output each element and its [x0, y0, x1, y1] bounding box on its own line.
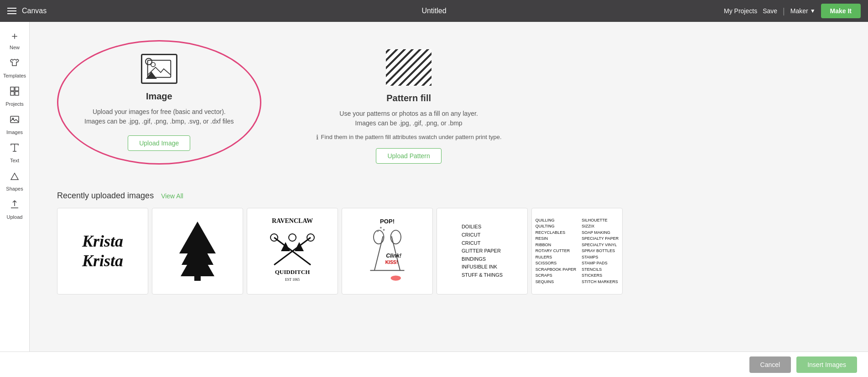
topbar-right: My Projects Save | Maker ▼ Make It	[576, 4, 861, 18]
chevron-down-icon: ▼	[810, 8, 816, 14]
recently-uploaded-header: Recently uploaded images View All	[57, 191, 841, 201]
grid-icon	[9, 86, 20, 99]
pattern-info: ℹ Find them in the pattern fill attribut…	[316, 134, 502, 141]
svg-rect-4	[10, 116, 19, 123]
sidebar: ＋ New Templates Projects	[0, 22, 30, 377]
craft-list-right: SILHOUETTESIZZIXSOAP MAKINGSPECIALTY PAP…	[582, 217, 619, 285]
pattern-fill-card: Pattern fill Use your patterns or photos…	[298, 40, 520, 173]
pattern-card-desc: Use your patterns or photos as a fill on…	[339, 109, 478, 128]
image-thumb-1[interactable]: KristaKrista	[57, 208, 148, 294]
thumb-content-6: QUILLINGQUILTINGRECYCLABLESRESINRIBBONRO…	[532, 208, 622, 294]
svg-point-30	[383, 229, 385, 231]
svg-text:POP!: POP!	[380, 218, 395, 225]
cancel-button[interactable]: Cancel	[749, 356, 791, 373]
sidebar-item-text[interactable]: Text	[0, 139, 29, 167]
image-thumb-6[interactable]: QUILLINGQUILTINGRECYCLABLESRESINRIBBONRO…	[531, 208, 623, 294]
images-grid: KristaKrista RAVENCLAW	[57, 208, 841, 294]
topbar-left: Canvas	[7, 7, 292, 15]
svg-point-7	[151, 62, 155, 67]
sidebar-item-shapes[interactable]: Shapes	[0, 167, 29, 195]
insert-images-button[interactable]: Insert Images	[796, 356, 857, 373]
thumb-content-1: KristaKrista	[57, 208, 148, 294]
my-projects-button[interactable]: My Projects	[724, 7, 757, 15]
sidebar-item-upload[interactable]: Upload	[0, 195, 29, 223]
section-title: Recently uploaded images	[57, 191, 154, 201]
svg-point-24	[374, 230, 384, 244]
svg-rect-0	[10, 87, 14, 91]
sidebar-item-label-new: New	[10, 45, 20, 50]
image-placeholder-icon	[141, 54, 177, 84]
image-thumb-5[interactable]: DOILIESCRICUTCRICUTGLITTER PAPERBINDINGS…	[437, 208, 528, 294]
svg-point-16	[289, 234, 296, 241]
sidebar-item-templates[interactable]: Templates	[0, 54, 29, 82]
pop-svg: POP! Clink! KISS!	[353, 215, 421, 288]
svg-text:KISS!: KISS!	[385, 260, 398, 265]
craft-list-left: QUILLINGQUILTINGRECYCLABLESRESINRIBBONRO…	[535, 217, 576, 285]
svg-text:EST 1065: EST 1065	[285, 278, 300, 282]
upload-icon	[9, 199, 20, 212]
svg-text:RAVENCLAW: RAVENCLAW	[272, 217, 313, 224]
image-thumb-4[interactable]: POP! Clink! KISS!	[342, 208, 433, 294]
sidebar-item-label-images: Images	[6, 129, 23, 135]
image-thumb-2[interactable]	[152, 208, 243, 294]
tree-svg	[177, 219, 218, 283]
sidebar-item-label-text: Text	[10, 158, 19, 163]
image-icon	[9, 114, 20, 128]
image-card-desc: Upload your images for free (basic and v…	[84, 107, 234, 126]
svg-point-25	[391, 230, 401, 244]
image-thumb-3[interactable]: RAVENCLAW QUIDDITCH EST 1065	[247, 208, 338, 294]
sidebar-item-label-projects: Projects	[5, 101, 24, 107]
doc-title: Untitled	[421, 7, 446, 15]
make-it-button[interactable]: Make It	[821, 4, 861, 18]
svg-text:QUIDDITCH: QUIDDITCH	[275, 269, 310, 275]
sidebar-item-label-upload: Upload	[7, 214, 23, 220]
image-upload-card: Image Upload your images for free (basic…	[57, 40, 261, 165]
svg-rect-6	[147, 60, 171, 77]
upload-cards: Image Upload your images for free (basic…	[57, 40, 841, 173]
shirt-icon	[9, 57, 20, 71]
thumb-content-2	[152, 208, 243, 294]
maker-button[interactable]: Maker ▼	[790, 7, 816, 15]
plus-icon: ＋	[10, 29, 20, 43]
info-icon: ℹ	[316, 134, 318, 141]
topbar: Canvas Untitled My Projects Save | Maker…	[0, 0, 868, 22]
pattern-preview	[386, 49, 431, 86]
shapes-icon	[9, 170, 20, 184]
thumb-content-4: POP! Clink! KISS!	[342, 208, 432, 294]
thumb-content-3: RAVENCLAW QUIDDITCH EST 1065	[247, 208, 338, 294]
doilies-text-preview: DOILIESCRICUTCRICUTGLITTER PAPERBINDINGS…	[462, 223, 503, 279]
svg-rect-2	[10, 92, 14, 95]
image-card-title: Image	[146, 91, 172, 102]
sidebar-item-label-shapes: Shapes	[6, 186, 23, 191]
bottombar: Cancel Insert Images	[0, 351, 868, 377]
topbar-center: Untitled	[292, 7, 577, 15]
image-card-inner: Image Upload your images for free (basic…	[84, 54, 234, 151]
svg-line-22	[374, 236, 383, 270]
sidebar-item-projects[interactable]: Projects	[0, 82, 29, 110]
main-content: Image Upload your images for free (basic…	[30, 22, 868, 377]
krista-text-preview: KristaKrista	[82, 232, 123, 271]
separator: |	[783, 6, 785, 16]
save-button[interactable]: Save	[763, 7, 777, 15]
upload-pattern-button[interactable]: Upload Pattern	[376, 148, 441, 164]
svg-text:Clink!: Clink!	[386, 253, 401, 259]
sidebar-item-images[interactable]: Images	[0, 110, 29, 139]
view-all-link[interactable]: View All	[161, 192, 183, 200]
svg-point-29	[380, 227, 382, 229]
pattern-info-text: Find them in the pattern fill attributes…	[321, 134, 502, 140]
pattern-card-title: Pattern fill	[386, 93, 431, 103]
mountain-svg	[146, 60, 173, 78]
text-icon	[9, 142, 20, 156]
sidebar-item-new[interactable]: ＋ New	[0, 26, 29, 54]
thumb-content-5: DOILIESCRICUTCRICUTGLITTER PAPERBINDINGS…	[437, 208, 527, 294]
svg-rect-3	[15, 92, 19, 95]
app-title: Canvas	[22, 7, 47, 15]
sidebar-item-label-templates: Templates	[3, 73, 26, 78]
upload-image-button[interactable]: Upload Image	[128, 135, 190, 151]
svg-rect-11	[194, 276, 201, 281]
svg-point-34	[391, 275, 401, 280]
svg-rect-1	[15, 87, 19, 91]
ravenclaw-svg: RAVENCLAW QUIDDITCH EST 1065	[256, 210, 329, 292]
svg-point-28	[377, 230, 379, 232]
hamburger-menu-icon[interactable]	[7, 8, 16, 14]
